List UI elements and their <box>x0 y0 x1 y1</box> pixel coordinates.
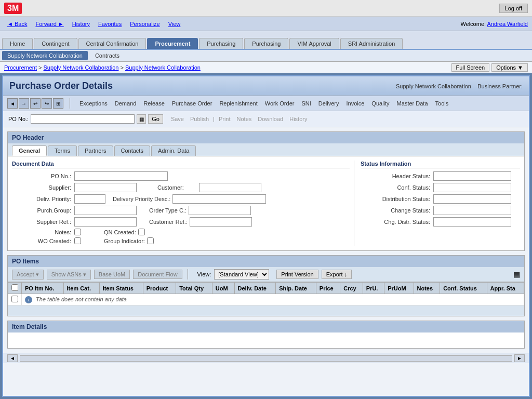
chg-distr-status-field[interactable] <box>433 217 511 227</box>
breadcrumb-item-2[interactable]: Supply Network Collaboration <box>125 64 201 71</box>
document-flow-button[interactable]: Document Flow <box>133 270 182 279</box>
view-select[interactable]: [Standard View] <box>214 269 269 280</box>
no-data-row: i The table does not contain any data <box>8 294 524 305</box>
group-indicator-checkbox[interactable] <box>147 237 154 244</box>
distribution-status-field[interactable] <box>433 194 511 204</box>
toolbar-menu-quality[interactable]: Quality <box>368 99 392 108</box>
accept-button[interactable]: Accept ▾ <box>12 270 44 280</box>
change-status-row: Change Status: <box>361 206 520 215</box>
wo-created-checkbox[interactable] <box>74 237 81 244</box>
po-header-tab-general[interactable]: General <box>12 145 47 156</box>
header-status-field[interactable] <box>433 171 511 181</box>
purch-group-field[interactable] <box>74 206 137 215</box>
toolbar-icon-1[interactable]: → <box>19 98 29 109</box>
toolbar-menu-release[interactable]: Release <box>140 99 167 108</box>
go-button[interactable]: Go <box>148 114 163 124</box>
order-type-field[interactable] <box>189 206 251 215</box>
po-no-label: PO No.: <box>8 116 29 122</box>
tab-purchasing2[interactable]: Purchasing <box>244 38 288 49</box>
chg-distr-status-label: Chg. Distr. Status: <box>361 219 433 225</box>
supplier-field[interactable] <box>74 183 137 192</box>
th-product: Product <box>143 283 176 294</box>
deliv-priority-desc-field[interactable] <box>172 194 266 204</box>
show-asns-button[interactable]: Show ASNs ▾ <box>47 270 91 280</box>
filter-icon[interactable]: ▤ <box>513 270 520 278</box>
scroll-track[interactable] <box>20 355 512 362</box>
toolbar-menu-work-order[interactable]: Work Order <box>262 99 298 108</box>
tab-procurement[interactable]: Procurement <box>147 38 198 49</box>
subnav-item-1[interactable]: Contracts <box>90 51 125 60</box>
select-all-checkbox[interactable] <box>11 284 18 291</box>
tab-central-confirmation[interactable]: Central Confirmation <box>78 38 147 49</box>
toolbar-icon-2[interactable]: ↩ <box>30 98 41 109</box>
toolbar-menu-sni[interactable]: SNI <box>298 99 314 108</box>
breadcrumb-item-1[interactable]: Supply Network Collaboration <box>44 64 119 71</box>
po-no-field-label: PO No.: <box>12 173 74 179</box>
row-checkbox[interactable] <box>11 296 18 302</box>
view-nav[interactable]: View <box>165 21 184 27</box>
supplier-ref-field[interactable] <box>74 217 137 227</box>
toolbar-menu: ExceptionsDemandReleasePurchase OrderRep… <box>76 99 451 108</box>
toolbar-icon-4[interactable]: ⊞ <box>53 98 63 109</box>
toolbar-menu-demand[interactable]: Demand <box>112 99 140 108</box>
po-header-tab-contacts[interactable]: Contacts <box>114 145 150 156</box>
item-details-content <box>8 332 524 348</box>
scroll-right-button[interactable]: ► <box>514 354 525 362</box>
username-link[interactable]: Andrea Warfield <box>487 21 528 27</box>
favorites-nav[interactable]: Favorites <box>95 21 125 27</box>
info-icon: i <box>25 296 32 303</box>
qn-created-checkbox[interactable] <box>138 229 145 235</box>
tab-vim-approval[interactable]: VIM Approval <box>289 38 339 49</box>
po-header-title: PO Header <box>8 132 524 143</box>
qn-created-label: QN Created: <box>104 229 136 235</box>
tab-contingent[interactable]: Contingent <box>34 38 77 49</box>
base-uom-button[interactable]: Base UoM <box>94 270 130 279</box>
subnav-item-0[interactable]: Supply Network Collaboration <box>2 51 88 60</box>
breadcrumb-separator-0: > <box>37 64 44 71</box>
customer-field[interactable] <box>199 183 261 192</box>
full-screen-button[interactable]: Full Screen <box>451 63 490 72</box>
po-header-tab-terms[interactable]: Terms <box>48 145 77 156</box>
conf-status-field[interactable] <box>433 183 511 192</box>
po-no-input[interactable] <box>31 114 135 124</box>
form-row-purch-group: Purch.Group: Order Type C.: <box>12 206 350 215</box>
notes-label: Notes: <box>12 229 74 235</box>
po-no-browse-icon[interactable]: ▦ <box>137 114 146 124</box>
po-header-tab-partners[interactable]: Partners <box>78 145 113 156</box>
scroll-left-button[interactable]: ◄ <box>7 354 18 362</box>
sub-nav: Supply Network CollaborationContracts <box>0 50 532 62</box>
personalize-nav[interactable]: Personalize <box>127 21 163 27</box>
scrollable-content[interactable]: Purchase Order Details Supply Network Co… <box>3 76 529 396</box>
logoff-button[interactable]: Log off <box>499 4 528 13</box>
customer-ref-field[interactable] <box>190 217 252 227</box>
options-button[interactable]: Options ▼ <box>491 63 528 72</box>
toolbar-icon-3[interactable]: ↪ <box>42 98 52 109</box>
po-no-field[interactable] <box>74 171 168 181</box>
toolbar-menu-exceptions[interactable]: Exceptions <box>76 99 111 108</box>
print-version-button[interactable]: Print Version <box>276 270 318 279</box>
tab-purchasing1[interactable]: Purchasing <box>199 38 243 49</box>
back-nav[interactable]: ◄ Back <box>4 21 30 27</box>
change-status-field[interactable] <box>433 206 511 215</box>
breadcrumb-item-0[interactable]: Procurement <box>4 64 37 71</box>
export-button[interactable]: Export ↓ <box>322 270 352 279</box>
toolbar-back-icon[interactable]: ◄ <box>7 98 18 109</box>
group-indicator-label: Group Indicator: <box>104 238 145 244</box>
th-deliv-date: Deliv. Date <box>234 283 276 294</box>
forward-nav[interactable]: Forward ► <box>32 21 66 27</box>
th-item-cat: Item Cat. <box>63 283 99 294</box>
tab-home[interactable]: Home <box>2 38 33 49</box>
supplier-ref-label: Supplier Ref.: <box>12 219 74 225</box>
toolbar-menu-delivery[interactable]: Delivery <box>315 99 342 108</box>
toolbar-menu-purchase-order[interactable]: Purchase Order <box>169 99 216 108</box>
horizontal-scrollbar[interactable]: ◄ ► <box>3 353 529 363</box>
toolbar-menu-invoice[interactable]: Invoice <box>343 99 368 108</box>
toolbar-menu-master-data[interactable]: Master Data <box>394 99 431 108</box>
toolbar-menu-tools[interactable]: Tools <box>432 99 452 108</box>
toolbar-menu-replenishment[interactable]: Replenishment <box>216 99 260 108</box>
po-header-tab-admin-data[interactable]: Admin. Data <box>151 145 196 156</box>
history-nav[interactable]: History <box>69 21 93 27</box>
tab-sri-admin[interactable]: SRI Administration <box>340 38 403 49</box>
deliv-priority-field[interactable] <box>74 194 105 204</box>
notes-checkbox[interactable] <box>74 229 81 235</box>
